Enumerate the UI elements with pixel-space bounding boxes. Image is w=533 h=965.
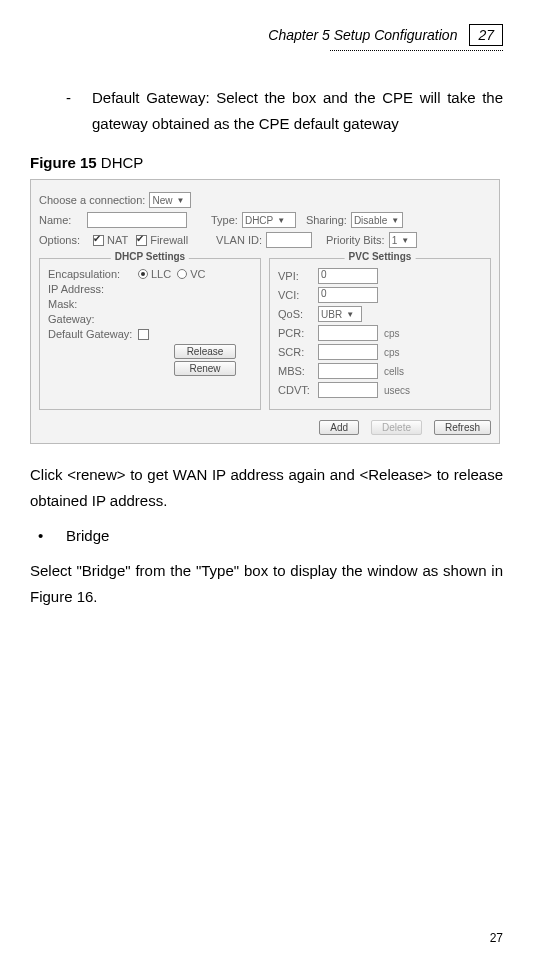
chapter-title: Chapter 5 Setup Configuration [268,27,457,43]
default-gateway-label: Default Gateway: [48,328,138,340]
encapsulation-label: Encapsulation: [48,268,138,280]
encap-llc-radio[interactable] [138,269,148,279]
paragraph: Select "Bridge" from the "Type" box to d… [30,558,503,609]
options-label: Options: [39,234,89,246]
choose-connection-value: New [152,195,172,206]
dhcp-settings-group: DHCP Settings Encapsulation: LLC VC IP A… [39,258,261,410]
pcr-unit: cps [384,328,400,339]
mask-label: Mask: [48,298,138,310]
dhcp-settings-legend: DHCP Settings [111,251,189,262]
dhcp-panel: Choose a connection: New ▼ Name: Type: D… [30,179,500,444]
default-gateway-checkbox[interactable] [138,329,149,340]
list-item-text: Default Gateway: Select the box and the … [92,85,503,136]
vpi-input[interactable]: 0 [318,268,378,284]
vlan-label: VLAN ID: [216,234,262,246]
sharing-select[interactable]: Disable ▼ [351,212,403,228]
type-label: Type: [211,214,238,226]
pvc-settings-legend: PVC Settings [345,251,416,262]
list-item-text: Bridge [66,527,109,544]
mbs-unit: cells [384,366,404,377]
ip-address-label: IP Address: [48,283,138,295]
type-value: DHCP [245,215,273,226]
chevron-down-icon: ▼ [346,310,354,319]
mbs-input[interactable] [318,363,378,379]
qos-label: QoS: [278,308,318,320]
cdvt-input[interactable] [318,382,378,398]
scr-input[interactable] [318,344,378,360]
bullet-dot: • [38,527,66,544]
vci-label: VCI: [278,289,318,301]
page-header: Chapter 5 Setup Configuration 27 [30,24,503,46]
chevron-down-icon: ▼ [277,216,285,225]
refresh-button[interactable]: Refresh [434,420,491,435]
pcr-input[interactable] [318,325,378,341]
cdvt-unit: usecs [384,385,410,396]
list-item: • Bridge [38,527,503,544]
name-input[interactable] [87,212,187,228]
pcr-label: PCR: [278,327,318,339]
mbs-label: MBS: [278,365,318,377]
vlan-input[interactable] [266,232,312,248]
delete-button[interactable]: Delete [371,420,422,435]
release-button[interactable]: Release [174,344,236,359]
figure-caption: Figure 15 DHCP [30,154,503,171]
paragraph: Click <renew> to get WAN IP address agai… [30,462,503,513]
encap-vc-label: VC [190,268,205,280]
list-item: - Default Gateway: Select the box and th… [66,85,503,136]
renew-button[interactable]: Renew [174,361,236,376]
type-select[interactable]: DHCP ▼ [242,212,296,228]
vpi-label: VPI: [278,270,318,282]
header-page-number: 27 [469,24,503,46]
figure-number: Figure 15 [30,154,97,171]
priority-label: Priority Bits: [326,234,385,246]
dash-bullet: - [66,85,92,136]
chevron-down-icon: ▼ [401,236,409,245]
nat-label: NAT [107,234,128,246]
vci-input[interactable]: 0 [318,287,378,303]
qos-select[interactable]: UBR ▼ [318,306,362,322]
nat-checkbox[interactable] [93,235,104,246]
footer-page-number: 27 [490,931,503,945]
pvc-settings-group: PVC Settings VPI:0 VCI:0 QoS: UBR ▼ PCR:… [269,258,491,410]
chevron-down-icon: ▼ [176,196,184,205]
scr-label: SCR: [278,346,318,358]
sharing-value: Disable [354,215,387,226]
firewall-label: Firewall [150,234,188,246]
add-button[interactable]: Add [319,420,359,435]
sharing-label: Sharing: [306,214,347,226]
encap-llc-label: LLC [151,268,171,280]
choose-connection-label: Choose a connection: [39,194,145,206]
choose-connection-select[interactable]: New ▼ [149,192,191,208]
name-label: Name: [39,214,83,226]
chevron-down-icon: ▼ [391,216,399,225]
firewall-checkbox[interactable] [136,235,147,246]
cdvt-label: CDVT: [278,384,318,396]
priority-select[interactable]: 1 ▼ [389,232,417,248]
qos-value: UBR [321,309,342,320]
panel-button-row: Add Delete Refresh [39,416,491,439]
priority-value: 1 [392,235,398,246]
scr-unit: cps [384,347,400,358]
figure-title: DHCP [97,154,144,171]
header-underline [330,50,503,51]
gateway-label: Gateway: [48,313,138,325]
encap-vc-radio[interactable] [177,269,187,279]
